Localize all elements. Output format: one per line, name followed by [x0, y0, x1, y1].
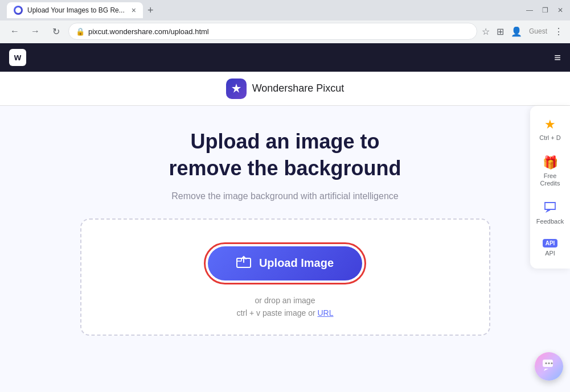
address-bar[interactable]: 🔒 pixcut.wondershare.com/upload.html [68, 23, 477, 40]
page-subtitle: Remove the image background with artific… [171, 191, 398, 201]
tab-favicon [14, 6, 23, 15]
upload-image-button[interactable]: Upload Image [208, 246, 362, 280]
feedback-label: Feedback [536, 218, 564, 225]
app-brand: Wondershare Pixcut [226, 79, 345, 99]
svg-point-3 [546, 362, 547, 364]
upload-area: Upload Image or drop an image ctrl + v p… [80, 218, 490, 336]
star-bookmark-icon: ★ [544, 117, 556, 132]
brand-name: Wondershare Pixcut [252, 82, 345, 94]
close-window-button[interactable]: ✕ [557, 6, 563, 14]
maximize-button[interactable]: ❐ [542, 6, 548, 14]
user-avatar-icon[interactable]: 👤 [511, 26, 522, 37]
side-panel: ★ Ctrl + D 🎁 FreeCredits Feedback API AP… [530, 106, 570, 269]
upload-button-wrapper: Upload Image [204, 242, 366, 284]
app-subheader: Wondershare Pixcut [0, 72, 570, 106]
svg-rect-1 [237, 258, 241, 261]
bookmark-side-item[interactable]: ★ Ctrl + D [532, 112, 568, 147]
browser-tab[interactable]: Upload Your Images to BG Re... × [7, 2, 143, 18]
bookmark-label: Ctrl + D [539, 134, 561, 142]
lock-icon: 🔒 [76, 27, 85, 36]
tab-title: Upload Your Images to BG Re... [27, 6, 125, 14]
page-title: Upload an image to remove the background [169, 129, 401, 182]
address-text: pixcut.wondershare.com/upload.html [88, 27, 470, 36]
app-logo: w [9, 49, 26, 66]
guest-label: Guest [529, 27, 547, 35]
feedback-side-item[interactable]: Feedback [532, 196, 568, 231]
tab-search-icon[interactable]: ⊞ [497, 26, 504, 37]
credits-label: FreeCredits [540, 172, 560, 187]
logo-letter: w [14, 52, 21, 63]
chat-button[interactable] [535, 352, 563, 381]
upload-file-icon [236, 255, 251, 271]
upload-button-label: Upload Image [259, 257, 334, 270]
brand-logo-icon [230, 82, 243, 95]
main-content: Upload an image to remove the background… [0, 106, 570, 392]
gift-icon: 🎁 [543, 155, 558, 170]
drop-text: or drop an image [255, 296, 315, 305]
api-badge: API [543, 239, 558, 247]
api-side-item[interactable]: API API [532, 233, 568, 263]
api-label: API [545, 250, 555, 257]
forward-button[interactable]: → [27, 23, 43, 39]
minimize-button[interactable]: — [526, 6, 533, 14]
bookmark-star-icon[interactable]: ☆ [482, 26, 490, 37]
feedback-icon [544, 201, 556, 216]
svg-point-5 [551, 362, 553, 364]
svg-point-4 [548, 362, 550, 364]
hamburger-menu-icon[interactable]: ≡ [554, 51, 561, 64]
url-link[interactable]: URL [318, 308, 334, 317]
more-options-icon[interactable]: ⋮ [554, 26, 563, 37]
new-tab-button[interactable]: + [147, 5, 154, 16]
back-button[interactable]: ← [7, 23, 23, 39]
paste-text: ctrl + v paste image or URL [236, 308, 333, 317]
credits-side-item[interactable]: 🎁 FreeCredits [532, 150, 568, 193]
brand-logo [226, 79, 247, 99]
reload-button[interactable]: ↻ [48, 23, 64, 39]
logo-icon: w [9, 49, 26, 66]
chat-icon [542, 358, 556, 374]
app-header: w ≡ [0, 43, 570, 72]
tab-close-icon[interactable]: × [132, 6, 136, 15]
